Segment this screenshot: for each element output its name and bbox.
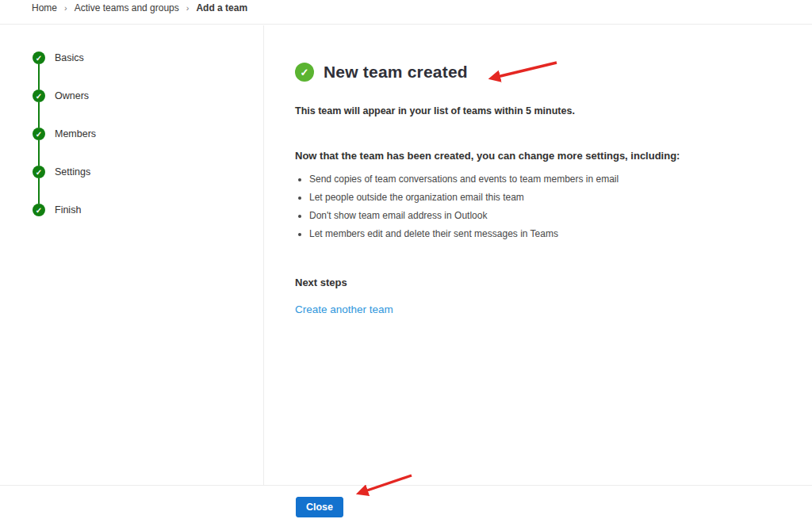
step-complete-check-icon: ✓ xyxy=(33,166,45,178)
settings-heading: Now that the team has been created, you … xyxy=(295,150,780,162)
wizard-step-finish: ✓ Finish xyxy=(33,204,263,216)
chevron-right-icon: › xyxy=(186,3,190,13)
wizard-step-basics: ✓ Basics xyxy=(33,52,263,64)
step-label: Owners xyxy=(55,90,89,101)
chevron-right-icon: › xyxy=(64,3,67,13)
settings-bullet: Send copies of team conversations and ev… xyxy=(309,174,780,185)
settings-bullet: Let members edit and delete their sent m… xyxy=(309,228,780,239)
breadcrumb-item-add-a-team: Add a team xyxy=(196,2,247,13)
breadcrumb-item-home[interactable]: Home xyxy=(32,2,57,13)
wizard-steps-list: ✓ Basics ✓ Owners ✓ Members ✓ Settings ✓… xyxy=(33,52,263,216)
wizard-step-members: ✓ Members xyxy=(33,128,263,140)
settings-bullet: Don't show team email address in Outlook xyxy=(309,210,780,221)
footer-bar: Close xyxy=(0,485,812,519)
step-label: Members xyxy=(55,128,96,139)
step-connector-line xyxy=(38,140,40,166)
wizard-step-settings: ✓ Settings xyxy=(33,166,263,178)
step-label: Basics xyxy=(55,52,84,63)
step-complete-check-icon: ✓ xyxy=(33,90,45,102)
step-connector-line xyxy=(38,178,40,204)
settings-bullet: Let people outside the organization emai… xyxy=(309,192,780,203)
create-another-team-link[interactable]: Create another team xyxy=(295,303,393,315)
step-connector-line xyxy=(38,102,40,128)
breadcrumb-item-active-teams[interactable]: Active teams and groups xyxy=(75,2,179,13)
wizard-steps-sidebar: ✓ Basics ✓ Owners ✓ Members ✓ Settings ✓… xyxy=(0,25,264,485)
step-connector-line xyxy=(38,64,40,90)
page-title: New team created xyxy=(324,63,468,82)
step-complete-check-icon: ✓ xyxy=(33,204,45,216)
step-complete-check-icon: ✓ xyxy=(33,128,45,140)
breadcrumb: Home › Active teams and groups › Add a t… xyxy=(0,0,812,25)
success-header: ✓ New team created xyxy=(295,63,780,82)
team-appear-notice: This team will appear in your list of te… xyxy=(295,105,780,116)
step-label: Settings xyxy=(55,166,90,177)
step-label: Finish xyxy=(55,204,81,216)
close-button[interactable]: Close xyxy=(296,497,343,517)
next-steps-heading: Next steps xyxy=(295,277,780,288)
step-complete-check-icon: ✓ xyxy=(33,52,45,64)
wizard-step-owners: ✓ Owners xyxy=(33,90,263,102)
settings-bullet-list: Send copies of team conversations and ev… xyxy=(295,174,780,239)
success-check-icon: ✓ xyxy=(295,63,314,82)
main-content: ✓ New team created This team will appear… xyxy=(265,25,812,485)
